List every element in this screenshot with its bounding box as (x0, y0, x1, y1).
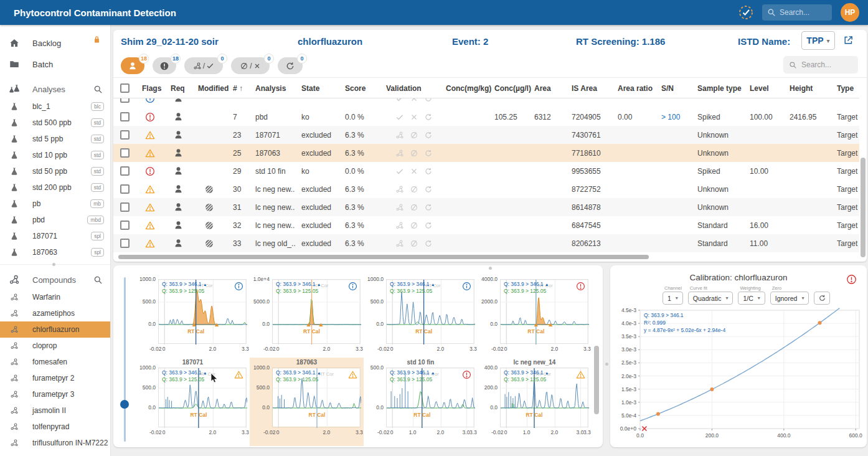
validation-actions[interactable] (380, 167, 440, 176)
istd-select[interactable]: TPP▾ (801, 31, 835, 50)
column-header-S/N[interactable]: S/N (655, 84, 691, 93)
control-select[interactable]: Ignored▾ (770, 292, 809, 305)
avatar[interactable]: HP (841, 3, 859, 22)
column-header-#[interactable]: # ↑ (227, 84, 249, 93)
table-row-selected[interactable]: 25187063excluded6.3 %7718610UnknownTarge… (113, 144, 859, 162)
column-header-Conc(µg/l)[interactable]: Conc(µg/l) (488, 84, 528, 93)
row-checkbox[interactable] (120, 98, 130, 103)
compound-item[interactable]: tolfenpyrad (0, 419, 110, 435)
chromatogram-cell[interactable]: lc neg new_14400.0200.00.0RT CorRT CalQ:… (478, 358, 592, 446)
filter-chip-zerocross[interactable]: /0 (231, 57, 270, 74)
row-checkbox[interactable] (120, 166, 130, 176)
row-checkbox[interactable] (120, 112, 130, 121)
horizontal-scrollbar[interactable] (118, 255, 649, 259)
column-header-Validation[interactable]: Validation (380, 84, 440, 93)
chromatogram-scrollbar[interactable] (594, 346, 599, 414)
compound-item[interactable]: azametiphos (0, 305, 110, 321)
filter-chip-molcheck[interactable]: /0 (184, 57, 223, 74)
validation-actions[interactable] (380, 131, 440, 140)
warning-icon[interactable] (576, 370, 585, 379)
warning-icon[interactable] (234, 370, 243, 379)
validation-actions[interactable] (380, 239, 440, 248)
compound-item[interactable]: furametpyr 3 (0, 386, 110, 402)
row-checkbox[interactable] (120, 148, 130, 158)
column-header-Score[interactable]: Score (339, 84, 380, 93)
row-checkbox[interactable] (120, 184, 130, 194)
table-row[interactable]: 31lc neg new...excluded6.3 %8614878Unkno… (113, 198, 859, 216)
chromatogram-cell[interactable]: 1870711000.0500.00.0RT CorRT CalQ: 363.9… (136, 358, 250, 446)
filter-chip-restore[interactable]: 0 (278, 57, 303, 74)
validation-actions[interactable] (380, 185, 440, 194)
table-search[interactable]: Search... (783, 56, 858, 74)
chromatogram-plot[interactable]: RT CorRT CalQ: 363.9 > 346.1 ▲Q: 363.9 >… (272, 368, 361, 427)
analysis-item[interactable]: pbmb (0, 196, 110, 212)
control-select[interactable]: Quadratic▾ (688, 292, 734, 305)
external-link-icon[interactable] (843, 35, 854, 45)
panel-resize-handle[interactable] (605, 363, 608, 366)
validation-actions[interactable] (380, 113, 440, 121)
control-select[interactable]: 1/C▾ (738, 292, 765, 305)
error-icon[interactable] (462, 370, 471, 379)
row-checkbox[interactable] (120, 239, 130, 248)
analysis-item[interactable]: std 500 ppbstd (0, 115, 110, 131)
compound-item-selected[interactable]: chlorfluazuron (0, 321, 110, 338)
analysis-item[interactable]: pbdmbd (0, 212, 110, 228)
analysis-item[interactable]: std 50 ppbstd (0, 163, 110, 179)
compound-item[interactable]: Warfarin (0, 289, 110, 305)
info-icon[interactable] (348, 282, 357, 291)
column-header-Height[interactable]: Height (783, 84, 831, 93)
column-header-Area[interactable]: Area (528, 84, 565, 93)
select-all-checkbox[interactable] (120, 83, 130, 93)
chromatogram-plot[interactable]: RT CorRT CalQ: 363.9 > 346.1 ▲Q: 363.9 >… (386, 368, 474, 427)
analysis-item[interactable]: 187071spl (0, 228, 110, 244)
table-row[interactable]: 7pbdko0.0 %105.25631272049050.00> 100Spi… (113, 108, 859, 126)
table-row[interactable] (113, 98, 859, 107)
column-header-Type[interactable]: Type (831, 84, 859, 93)
validation-actions[interactable] (380, 221, 440, 230)
chromatogram-plot[interactable]: RT CorRT CalQ: 363.9 > 346.1 ▲Q: 363.9 >… (500, 368, 588, 427)
control-select[interactable]: 1▾ (663, 292, 683, 305)
validation-actions[interactable] (380, 203, 440, 212)
chromatogram-cell-selected[interactable]: 1870631000.0500.00.0RT CorRT CalQ: 363.9… (250, 358, 364, 446)
compound-item[interactable]: cloprop (0, 338, 110, 354)
validation-actions[interactable] (380, 98, 440, 103)
error-icon[interactable] (576, 282, 585, 291)
chromatogram-cell[interactable]: std 10 fin500.00.0RT CorRT CalQ: 363.9 >… (364, 358, 478, 446)
chromatogram-plot[interactable]: RT CorRT CalQ: 363.9 > 346.1 ▲Q: 363.9 >… (272, 279, 361, 344)
sidebar-item-batch[interactable]: Batch (0, 54, 110, 75)
compounds-search-icon[interactable] (93, 275, 103, 285)
recalculate-button[interactable] (814, 292, 830, 305)
chromatogram-cell[interactable]: 1.0e+45000.00.0RT CorRT CalQ: 363.9 > 34… (250, 269, 364, 358)
column-header-IS Area[interactable]: IS Area (565, 84, 611, 93)
compound-item[interactable]: triflusulfuron IN-M7222 (0, 435, 110, 451)
warning-icon[interactable] (348, 370, 357, 379)
compound-item[interactable]: furametpyr 2 (0, 370, 110, 386)
column-header-Req[interactable]: Req (164, 84, 192, 93)
chromatogram-cell[interactable]: 1000.0500.00.0RT CorRT CalQ: 363.9 > 346… (364, 269, 478, 358)
analysis-item[interactable]: std 10 ppbstd (0, 147, 110, 163)
vertical-scrollbar[interactable] (861, 158, 866, 257)
chromatogram-cell[interactable]: 4000.02000.00.0RT CorRT CalQ: 363.9 > 34… (478, 269, 592, 358)
compound-item[interactable]: jasmolin II (0, 402, 110, 419)
column-header-Analysis[interactable]: Analysis (249, 84, 295, 93)
cell-sn[interactable]: > 100 (655, 113, 691, 121)
chromatogram-cell[interactable]: 1000.0500.00.0RT CorRT CalQ: 363.9 > 346… (136, 269, 250, 358)
sidebar-divider[interactable] (0, 264, 110, 268)
chromatogram-plot[interactable]: RT CorRT CalQ: 363.9 > 346.1 ▲Q: 363.9 >… (158, 368, 247, 427)
sidebar-item-backlog[interactable]: Backlog (0, 32, 110, 54)
batch-title[interactable]: Shim 29_02-11-20 soir (121, 36, 219, 47)
column-header-Level[interactable]: Level (743, 84, 783, 93)
chromatogram-plot[interactable]: RT CorRT CalQ: 363.9 > 346.1 ▲Q: 363.9 >… (386, 279, 474, 344)
column-header-Sample type[interactable]: Sample type (691, 84, 743, 93)
column-header-checkbox[interactable] (113, 83, 136, 93)
analyses-search-icon[interactable] (93, 85, 103, 94)
analysis-item[interactable]: std 200 ppbstd (0, 179, 110, 196)
column-header-Conc(mg/kg)[interactable]: Conc(mg/kg) (440, 84, 488, 93)
table-row[interactable]: 29std 10 finko0.0 %9953655Spiked10.00Tar… (113, 162, 859, 180)
row-checkbox[interactable] (120, 202, 130, 212)
table-row[interactable]: 23187071excluded6.3 %7430761UnknownTarge… (113, 126, 859, 144)
table-row[interactable]: 30lc neg new...excluded6.3 %8722752Unkno… (113, 180, 859, 198)
table-row[interactable]: 32lc neg new...excluded6.3 %6847545Stand… (113, 216, 859, 234)
analysis-item[interactable]: blc_1blc (0, 98, 110, 115)
chromatogram-plot[interactable]: RT CorRT CalQ: 363.9 > 346.1 ▲Q: 363.9 >… (500, 279, 588, 344)
